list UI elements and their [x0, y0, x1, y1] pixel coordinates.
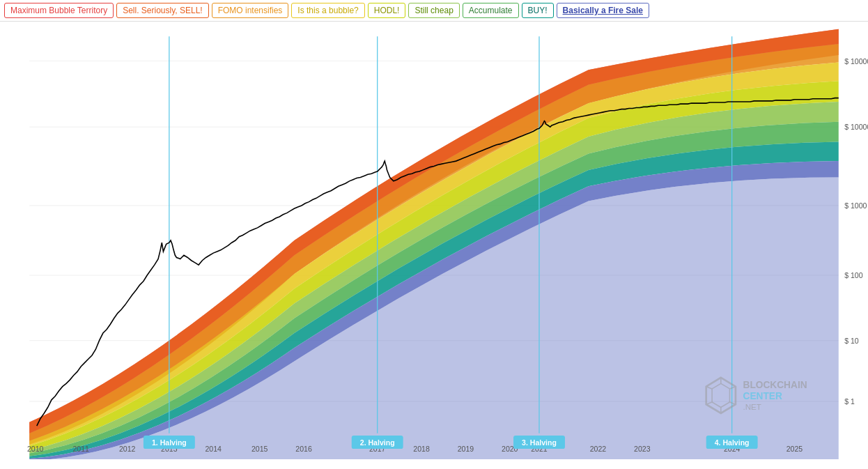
- svg-text:2019: 2019: [458, 445, 474, 453]
- chart-area: 2010 2011 2012 2013 2014 2015 2016 2017 …: [0, 22, 868, 459]
- legend-item-5[interactable]: Still cheap: [408, 3, 459, 18]
- svg-text:3. Halving: 3. Halving: [522, 438, 557, 447]
- legend-item-8[interactable]: Basically a Fire Sale: [557, 3, 649, 18]
- svg-text:2018: 2018: [413, 445, 430, 453]
- svg-text:2011: 2011: [72, 445, 89, 453]
- svg-text:$ 100000: $ 100000: [844, 57, 868, 66]
- legend-item-6[interactable]: Accumulate: [463, 3, 519, 18]
- svg-text:$ 10000: $ 10000: [844, 123, 868, 131]
- legend-item-2[interactable]: FOMO intensifies: [212, 3, 289, 18]
- legend-item-1[interactable]: Sell. Seriously, SELL!: [116, 3, 209, 18]
- svg-text:2015: 2015: [251, 445, 268, 453]
- svg-text:$ 100: $ 100: [844, 271, 863, 279]
- svg-text:2. Halving: 2. Halving: [360, 438, 395, 447]
- legend-item-3[interactable]: Is this a bubble?: [291, 3, 364, 18]
- svg-text:$ 1: $ 1: [844, 397, 855, 406]
- legend-item-0[interactable]: Maximum Bubble Territory: [4, 3, 114, 18]
- svg-text:2012: 2012: [119, 445, 136, 453]
- svg-text:2023: 2023: [634, 445, 651, 453]
- svg-text:2014: 2014: [205, 445, 222, 453]
- svg-text:CENTER: CENTER: [743, 391, 782, 401]
- svg-text:4. Halving: 4. Halving: [715, 438, 750, 447]
- svg-text:$ 1000: $ 1000: [844, 201, 867, 210]
- svg-text:2010: 2010: [27, 445, 44, 453]
- svg-text:BLOCKCHAIN: BLOCKCHAIN: [743, 380, 807, 390]
- svg-text:.NET: .NET: [743, 402, 761, 411]
- svg-text:$ 10: $ 10: [844, 337, 859, 345]
- rainbow-chart: 2010 2011 2012 2013 2014 2015 2016 2017 …: [0, 22, 868, 459]
- svg-text:1. Halving: 1. Halving: [152, 438, 187, 447]
- svg-text:2016: 2016: [295, 445, 312, 453]
- svg-text:2025: 2025: [786, 445, 803, 453]
- legend-item-7[interactable]: BUY!: [522, 3, 554, 18]
- svg-text:2022: 2022: [590, 445, 607, 453]
- legend-bar: Maximum Bubble TerritorySell. Seriously,…: [0, 0, 868, 22]
- legend-item-4[interactable]: HODL!: [368, 3, 406, 18]
